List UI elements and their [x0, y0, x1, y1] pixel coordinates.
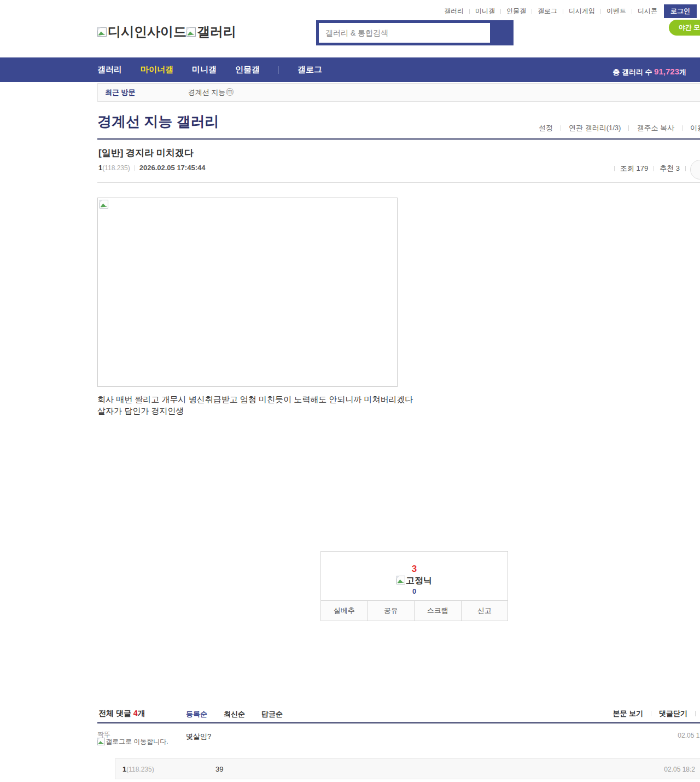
site-logo[interactable]: 디시인사이드 갤러리 — [97, 23, 236, 40]
usage-guide-link[interactable]: 이용 — [687, 123, 700, 133]
comments-total-count: 4 — [133, 709, 138, 717]
gnb-item-minigall[interactable]: 미니갤 — [192, 65, 217, 75]
view-post-body-link[interactable]: 본문 보기 — [609, 709, 646, 719]
gnb-item-persongall[interactable]: 인물갤 — [235, 65, 260, 75]
logo-text-dcinside: 디시인사이드 — [108, 23, 186, 40]
recent-visit-gallery-name: 경계선 지능 — [188, 88, 226, 96]
comments-total-label: 전체 댓글 — [98, 709, 133, 717]
search-button[interactable] — [490, 20, 514, 45]
view-count: 조회 179 — [620, 164, 648, 173]
divider — [632, 9, 632, 14]
topbar-link-gallery[interactable]: 갤러리 — [443, 7, 465, 16]
gallery-title[interactable]: 경계선 지능 갤러리 — [97, 112, 219, 131]
gnb-menu: 갤러리 마이너갤 미니갤 인물갤 갤로그 — [97, 57, 341, 82]
recent-visit-gallery-link[interactable]: 경계선 지능ⓜ — [188, 88, 234, 97]
search-box — [316, 20, 514, 45]
search-input[interactable] — [319, 23, 490, 43]
comments-divider — [97, 722, 700, 723]
global-nav-bar: 갤러리 마이너갤 미니갤 인물갤 갤로그 총 갤러리 수 91,723개 — [0, 57, 700, 82]
topbar-link-minigall[interactable]: 미니갤 — [474, 7, 496, 16]
night-mode-button[interactable]: 야간 모드 — [669, 20, 700, 36]
broken-image-icon — [100, 200, 108, 208]
reply-author-ip: (118.235) — [126, 766, 154, 773]
fixed-nick-label: 고정닉 — [406, 576, 432, 585]
sort-by-reply[interactable]: 답글순 — [261, 709, 283, 719]
comments-total-suffix: 개 — [138, 709, 145, 717]
topbar-link-persongall[interactable]: 인물갤 — [505, 7, 527, 16]
comment-sort-options: 등록순 최신순 답글순 — [186, 709, 299, 719]
reply-author[interactable]: 1(118.235) — [122, 765, 154, 773]
post-writer-ip: (118.235) — [102, 164, 130, 172]
topbar-link-gallog[interactable]: 갤로그 — [536, 7, 558, 16]
share-button[interactable]: 공유 — [368, 601, 415, 621]
fixed-nick-recommend[interactable]: 고정닉 — [321, 575, 508, 587]
report-button[interactable]: 신고 — [461, 601, 508, 621]
total-gallery-count: 총 갤러리 수 91,723개 — [612, 67, 686, 77]
comment-text: 몇살임? — [186, 732, 211, 742]
divider — [628, 125, 629, 131]
gallery-header-links: 설정 연관 갤러리(1/3) 갤주소 복사 이용 — [535, 123, 700, 133]
post-image-placeholder[interactable] — [97, 198, 398, 387]
recommend-up-count: 3 — [321, 564, 508, 575]
divider — [654, 166, 654, 171]
divider — [614, 166, 615, 171]
divider — [695, 711, 696, 716]
total-gallery-suffix: 개 — [679, 68, 686, 76]
recommend-box: 3 고정닉 0 실베추 공유 스크랩 신고 — [320, 551, 508, 621]
silbechu-button[interactable]: 실베추 — [321, 601, 368, 621]
post-body-text: 회사 매번 짤리고 개무시 병신취급받고 엄청 미친듯이 노력해도 안되니까 미… — [97, 393, 413, 416]
scrap-button[interactable]: 스크랩 — [414, 601, 461, 621]
broken-image-icon — [396, 576, 405, 584]
total-gallery-label: 총 갤러리 수 — [612, 68, 654, 76]
post-action-buttons: 실베추 공유 스크랩 신고 — [321, 600, 508, 621]
broken-image-icon — [97, 738, 105, 745]
recent-visit-label[interactable]: 최근 방문 — [105, 88, 136, 97]
post-title: [일반] 경지라 미치겠다 — [98, 147, 194, 159]
post-writer[interactable]: 1(118.235) — [98, 164, 130, 172]
comments-right-links: 본문 보기 댓글닫기 — [609, 709, 700, 719]
close-comments-link[interactable]: 댓글닫기 — [656, 709, 691, 719]
divider — [651, 711, 651, 716]
reply-date: 02.05 18:2 — [664, 766, 695, 773]
divider — [469, 9, 470, 14]
related-galleries-link[interactable]: 연관 갤러리(1/3) — [565, 123, 624, 133]
login-button[interactable]: 로그인 — [664, 4, 697, 18]
sort-by-registered[interactable]: 등록순 — [186, 709, 207, 719]
post-writer-info: 1(118.235) 2026.02.05 17:45:44 — [98, 164, 205, 172]
comments-header: 전체 댓글 4개 등록순 최신순 답글순 본문 보기 댓글닫기 — [97, 708, 700, 722]
gallog-link-label: 갤로그로 이동합니다. — [106, 738, 168, 745]
dcinside-gallery-page: 갤러리 미니갤 인물갤 갤로그 디시게임 이벤트 디시콘 로그인 야간 모드 디… — [0, 0, 700, 782]
total-gallery-number: 91,723 — [654, 67, 679, 76]
divider — [682, 125, 682, 131]
broken-image-icon — [186, 27, 196, 37]
reply-text: 39 — [215, 765, 223, 773]
recommend-down-count: 0 — [321, 587, 508, 595]
copy-gallery-url-link[interactable]: 갤주소 복사 — [633, 123, 678, 133]
recommend-count: 추천 3 — [660, 164, 680, 173]
divider — [685, 166, 686, 171]
post-body-line1: 회사 매번 짤리고 개무시 병신취급받고 엄청 미친듯이 노력해도 안되니까 미… — [97, 393, 413, 405]
divider — [600, 9, 601, 14]
comment-author-gallog-link[interactable]: 갤로그로 이동합니다. — [97, 738, 171, 746]
minor-gallery-badge-icon: ⓜ — [226, 88, 234, 96]
divider — [561, 125, 561, 131]
divider — [278, 66, 279, 74]
comments-total: 전체 댓글 4개 — [98, 709, 145, 719]
topbar-link-event[interactable]: 이벤트 — [605, 7, 627, 16]
divider — [135, 165, 135, 171]
post-counts: 조회 179 추천 3 — [609, 164, 691, 173]
logo-text-gallery: 갤러리 — [197, 23, 236, 40]
sort-by-newest[interactable]: 최신순 — [224, 709, 245, 719]
reply-comment-row: 1(118.235) 39 02.05 18:2 — [115, 758, 700, 779]
gallery-settings-link[interactable]: 설정 — [535, 123, 556, 133]
gnb-item-gallery[interactable]: 갤러리 — [97, 65, 122, 75]
divider — [563, 9, 563, 14]
topbar-link-dccon[interactable]: 디시콘 — [637, 7, 658, 16]
divider — [532, 9, 532, 14]
post-body-line2: 살자가 답인가 경지인생 — [97, 405, 413, 416]
gnb-item-gallog[interactable]: 갤로그 — [298, 65, 322, 75]
comment-date: 02.05 17 — [678, 732, 700, 739]
topbar-link-dcgame[interactable]: 디시게임 — [568, 7, 596, 16]
gnb-item-minorgall[interactable]: 마이너갤 — [141, 65, 173, 75]
post-date: 2026.02.05 17:45:44 — [139, 164, 206, 172]
